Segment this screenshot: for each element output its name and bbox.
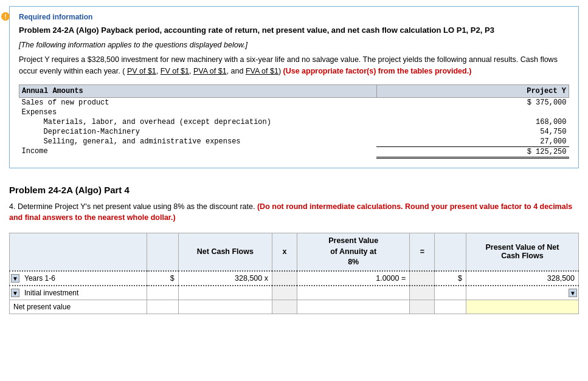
dropdown-arrow-initial[interactable]: ▼ <box>11 289 19 297</box>
npv-total-dollar <box>147 300 178 314</box>
row-value: 168,000 <box>376 117 569 127</box>
years16-pvncf <box>466 271 578 286</box>
years16-dollar: $ <box>147 271 178 286</box>
row-label: Depreciation-Machinery <box>19 127 377 137</box>
table-row: Sales of new product $ 375,000 <box>19 97 569 108</box>
npv-table: Net Cash Flows x Present Valueof Annuity… <box>9 233 579 314</box>
initial-dollar <box>147 286 178 300</box>
dropdown-arrow-pvncf[interactable]: ▼ <box>569 289 577 297</box>
problem-title: Problem 24-2A (Algo) Payback period, acc… <box>19 25 569 36</box>
fv-link[interactable]: FV of $1 <box>161 67 189 75</box>
initial-ncf-input[interactable] <box>191 289 268 297</box>
table-row: Expenses <box>19 108 569 117</box>
row-value: $ 375,000 <box>376 97 569 108</box>
initial-pvncf-input[interactable] <box>491 289 575 297</box>
npv-total-pvncf-dollar <box>435 300 466 314</box>
npv-col-header-eq: = <box>410 233 435 271</box>
pva-header-text: Present Valueof Annuity at8% <box>301 236 406 268</box>
initial-pvncf-dollar <box>435 286 466 300</box>
part-title: Problem 24-2A (Algo) Part 4 <box>9 185 579 195</box>
fva-link[interactable]: FVA of $1 <box>246 67 278 75</box>
npv-header-row: Net Cash Flows x Present Valueof Annuity… <box>10 233 579 271</box>
row-label: Expenses <box>19 108 377 117</box>
table-row: Selling, general, and administrative exp… <box>19 137 569 147</box>
alert-icon: ! <box>1 12 10 21</box>
row-label: Materials, labor, and overhead (except d… <box>19 117 377 127</box>
row-value <box>376 108 569 117</box>
years16-pvncf-dollar: $ <box>435 271 466 286</box>
row-value: 27,000 <box>376 137 569 147</box>
part-instruction: 4. Determine Project Y's net present val… <box>9 201 579 224</box>
npv-col-header-pva: Present Valueof Annuity at8% <box>297 233 410 271</box>
years16-pva-eq: = <box>401 274 406 283</box>
initial-eq <box>410 286 435 300</box>
npv-col-header-ncf: Net Cash Flows <box>178 233 272 271</box>
npv-total-eq <box>410 300 435 314</box>
years16-x <box>272 271 297 286</box>
initial-text: Initial investment <box>24 289 78 297</box>
years16-label: ▼ Years 1-6 <box>10 271 147 286</box>
years16-text: Years 1-6 <box>24 274 55 283</box>
npv-row-years16: ▼ Years 1-6 $ x = $ <box>10 271 579 286</box>
pv-link[interactable]: PV of $1 <box>127 67 156 75</box>
initial-pvncf: ▼ <box>466 286 578 300</box>
instruction-normal: 4. Determine Project Y's net present val… <box>9 202 255 211</box>
npv-total-x <box>272 300 297 314</box>
years16-eq <box>410 271 435 286</box>
years16-pva-input[interactable] <box>326 274 399 283</box>
years16-ncf-x: x <box>265 274 268 283</box>
row-value: 54,750 <box>376 127 569 137</box>
initial-pva-input[interactable] <box>311 289 406 297</box>
npv-total-input[interactable] <box>480 303 575 311</box>
years16-pvncf-input[interactable] <box>480 274 575 283</box>
row-value: $ 125,250 <box>376 146 569 157</box>
annual-table-header: Annual Amounts Project Y <box>19 84 569 97</box>
part-section: Problem 24-2A (Algo) Part 4 4. Determine… <box>9 177 579 224</box>
npv-col-header-pvncf: Present Value of NetCash Flows <box>466 233 578 271</box>
italic-note: [The following information applies to th… <box>19 41 569 49</box>
years16-pva: = <box>297 271 410 286</box>
npv-col-header-pvncf-dollar <box>435 233 466 271</box>
years16-ncf: x <box>178 271 272 286</box>
dropdown-arrow-years16[interactable]: ▼ <box>11 274 19 283</box>
npv-table-container: Net Cash Flows x Present Valueof Annuity… <box>9 233 579 314</box>
required-info-label: Required information <box>19 13 569 21</box>
npv-row-total: Net present value <box>10 300 579 314</box>
info-box: Required information Problem 24-2A (Algo… <box>9 6 579 168</box>
row-label: Income <box>19 146 377 157</box>
table-row: Depreciation-Machinery 54,750 <box>19 127 569 137</box>
years16-ncf-input[interactable] <box>202 274 262 283</box>
pva-link[interactable]: PVA of $1 <box>193 67 227 75</box>
npv-total-pva <box>297 300 410 314</box>
npv-total-label: Net present value <box>10 300 147 314</box>
annual-header-value: Project Y <box>376 84 569 97</box>
page-container: ! Required information Problem 24-2A (Al… <box>0 6 588 381</box>
desc-bold: (Use appropriate factor(s) from the tabl… <box>283 67 472 75</box>
npv-col-header-dollar <box>147 233 178 271</box>
row-label: Selling, general, and administrative exp… <box>19 137 377 147</box>
initial-label: ▼ Initial investment <box>10 286 147 300</box>
initial-x <box>272 286 297 300</box>
table-row: Income $ 125,250 <box>19 146 569 157</box>
table-row: Materials, labor, and overhead (except d… <box>19 117 569 127</box>
initial-ncf <box>178 286 272 300</box>
npv-row-initial: ▼ Initial investment ▼ <box>10 286 579 300</box>
npv-total-pvncf <box>466 300 578 314</box>
npv-col-header-label <box>10 233 147 271</box>
initial-pva <box>297 286 410 300</box>
row-label: Sales of new product <box>19 97 377 108</box>
npv-total-ncf <box>178 300 272 314</box>
description: Project Y requires a $328,500 investment… <box>19 54 569 77</box>
npv-col-header-x: x <box>272 233 297 271</box>
annual-amounts-table: Annual Amounts Project Y Sales of new pr… <box>19 84 569 159</box>
annual-header-label: Annual Amounts <box>19 84 377 97</box>
